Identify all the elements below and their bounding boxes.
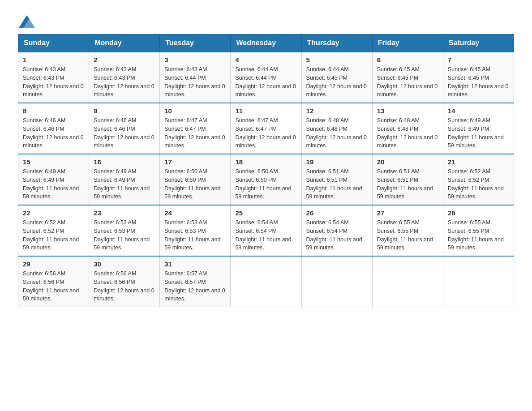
day-info: Sunrise: 6:47 AMSunset: 6:47 PMDaylight:… xyxy=(235,117,296,149)
day-info: Sunrise: 6:44 AMSunset: 6:44 PMDaylight:… xyxy=(235,66,296,98)
day-number: 14 xyxy=(448,107,509,115)
day-info: Sunrise: 6:45 AMSunset: 6:45 PMDaylight:… xyxy=(448,66,509,98)
calendar-cell: 19 Sunrise: 6:51 AMSunset: 6:51 PMDaylig… xyxy=(301,154,372,205)
calendar-cell: 8 Sunrise: 6:46 AMSunset: 6:46 PMDayligh… xyxy=(18,103,89,154)
calendar-cell: 11 Sunrise: 6:47 AMSunset: 6:47 PMDaylig… xyxy=(231,103,301,154)
day-info: Sunrise: 6:49 AMSunset: 6:49 PMDaylight:… xyxy=(448,117,504,149)
day-info: Sunrise: 6:52 AMSunset: 6:52 PMDaylight:… xyxy=(23,219,79,251)
calendar-cell: 7 Sunrise: 6:45 AMSunset: 6:45 PMDayligh… xyxy=(443,52,514,103)
day-number: 13 xyxy=(377,107,438,115)
calendar-table: SundayMondayTuesdayWednesdayThursdayFrid… xyxy=(18,34,514,307)
day-info: Sunrise: 6:54 AMSunset: 6:54 PMDaylight:… xyxy=(306,219,362,251)
page-header xyxy=(18,13,514,25)
day-number: 24 xyxy=(164,209,226,217)
day-info: Sunrise: 6:50 AMSunset: 6:50 PMDaylight:… xyxy=(235,168,291,200)
day-number: 7 xyxy=(448,56,509,64)
weekday-header-thursday: Thursday xyxy=(301,34,372,52)
weekday-header-friday: Friday xyxy=(372,34,443,52)
calendar-cell: 31 Sunrise: 6:57 AMSunset: 6:57 PMDaylig… xyxy=(160,256,231,307)
day-number: 9 xyxy=(94,107,155,115)
day-number: 31 xyxy=(164,260,226,268)
day-number: 11 xyxy=(235,107,296,115)
day-number: 1 xyxy=(23,56,84,64)
day-number: 18 xyxy=(235,158,296,166)
calendar-cell: 26 Sunrise: 6:54 AMSunset: 6:54 PMDaylig… xyxy=(301,205,372,256)
day-info: Sunrise: 6:54 AMSunset: 6:54 PMDaylight:… xyxy=(235,219,291,251)
logo xyxy=(18,13,35,25)
day-info: Sunrise: 6:51 AMSunset: 6:51 PMDaylight:… xyxy=(306,168,362,200)
calendar-cell: 13 Sunrise: 6:48 AMSunset: 6:48 PMDaylig… xyxy=(372,103,443,154)
day-info: Sunrise: 6:55 AMSunset: 6:55 PMDaylight:… xyxy=(377,219,433,251)
week-row-4: 22 Sunrise: 6:52 AMSunset: 6:52 PMDaylig… xyxy=(18,205,514,256)
day-info: Sunrise: 6:48 AMSunset: 6:48 PMDaylight:… xyxy=(306,117,367,149)
calendar-cell: 17 Sunrise: 6:50 AMSunset: 6:50 PMDaylig… xyxy=(160,154,231,205)
day-number: 4 xyxy=(235,56,296,64)
day-number: 3 xyxy=(164,56,226,64)
calendar-cell: 29 Sunrise: 6:56 AMSunset: 6:56 PMDaylig… xyxy=(18,256,89,307)
day-info: Sunrise: 6:49 AMSunset: 6:49 PMDaylight:… xyxy=(23,168,79,200)
day-info: Sunrise: 6:47 AMSunset: 6:47 PMDaylight:… xyxy=(164,117,225,149)
calendar-cell xyxy=(372,256,443,307)
calendar-cell: 15 Sunrise: 6:49 AMSunset: 6:49 PMDaylig… xyxy=(18,154,89,205)
calendar-cell: 20 Sunrise: 6:51 AMSunset: 6:51 PMDaylig… xyxy=(372,154,443,205)
day-number: 23 xyxy=(94,209,155,217)
calendar-cell: 10 Sunrise: 6:47 AMSunset: 6:47 PMDaylig… xyxy=(160,103,231,154)
calendar-cell: 27 Sunrise: 6:55 AMSunset: 6:55 PMDaylig… xyxy=(372,205,443,256)
day-info: Sunrise: 6:52 AMSunset: 6:52 PMDaylight:… xyxy=(448,168,504,200)
calendar-cell xyxy=(301,256,372,307)
calendar-cell: 18 Sunrise: 6:50 AMSunset: 6:50 PMDaylig… xyxy=(231,154,301,205)
weekday-header-saturday: Saturday xyxy=(443,34,514,52)
day-number: 10 xyxy=(164,107,226,115)
calendar-cell: 12 Sunrise: 6:48 AMSunset: 6:48 PMDaylig… xyxy=(301,103,372,154)
calendar-cell: 9 Sunrise: 6:46 AMSunset: 6:46 PMDayligh… xyxy=(89,103,160,154)
day-number: 30 xyxy=(94,260,155,268)
calendar-cell: 16 Sunrise: 6:49 AMSunset: 6:49 PMDaylig… xyxy=(89,154,160,205)
day-number: 5 xyxy=(306,56,368,64)
day-info: Sunrise: 6:49 AMSunset: 6:49 PMDaylight:… xyxy=(94,168,150,200)
calendar-cell: 23 Sunrise: 6:53 AMSunset: 6:53 PMDaylig… xyxy=(89,205,160,256)
week-row-1: 1 Sunrise: 6:43 AMSunset: 6:43 PMDayligh… xyxy=(18,52,514,103)
weekday-header-tuesday: Tuesday xyxy=(160,34,231,52)
day-info: Sunrise: 6:43 AMSunset: 6:43 PMDaylight:… xyxy=(94,66,154,98)
day-number: 27 xyxy=(377,209,438,217)
day-info: Sunrise: 6:46 AMSunset: 6:46 PMDaylight:… xyxy=(94,117,154,149)
day-info: Sunrise: 6:43 AMSunset: 6:43 PMDaylight:… xyxy=(23,66,84,98)
calendar-cell: 21 Sunrise: 6:52 AMSunset: 6:52 PMDaylig… xyxy=(443,154,514,205)
day-info: Sunrise: 6:45 AMSunset: 6:45 PMDaylight:… xyxy=(377,66,438,98)
day-number: 17 xyxy=(164,158,226,166)
day-number: 22 xyxy=(23,209,84,217)
day-number: 8 xyxy=(23,107,84,115)
weekday-header-wednesday: Wednesday xyxy=(231,34,301,52)
day-number: 25 xyxy=(235,209,296,217)
logo-triangle-icon xyxy=(19,15,35,28)
day-info: Sunrise: 6:50 AMSunset: 6:50 PMDaylight:… xyxy=(164,168,220,200)
calendar-cell: 5 Sunrise: 6:44 AMSunset: 6:45 PMDayligh… xyxy=(301,52,372,103)
day-number: 16 xyxy=(94,158,155,166)
calendar-cell xyxy=(231,256,301,307)
week-row-5: 29 Sunrise: 6:56 AMSunset: 6:56 PMDaylig… xyxy=(18,256,514,307)
weekday-header-monday: Monday xyxy=(89,34,160,52)
calendar-cell: 4 Sunrise: 6:44 AMSunset: 6:44 PMDayligh… xyxy=(231,52,301,103)
day-number: 26 xyxy=(306,209,368,217)
calendar-cell: 2 Sunrise: 6:43 AMSunset: 6:43 PMDayligh… xyxy=(89,52,160,103)
day-info: Sunrise: 6:44 AMSunset: 6:45 PMDaylight:… xyxy=(306,66,367,98)
day-info: Sunrise: 6:56 AMSunset: 6:56 PMDaylight:… xyxy=(23,270,79,302)
calendar-cell: 28 Sunrise: 6:55 AMSunset: 6:55 PMDaylig… xyxy=(443,205,514,256)
day-info: Sunrise: 6:51 AMSunset: 6:51 PMDaylight:… xyxy=(377,168,433,200)
day-info: Sunrise: 6:53 AMSunset: 6:53 PMDaylight:… xyxy=(94,219,150,251)
week-row-3: 15 Sunrise: 6:49 AMSunset: 6:49 PMDaylig… xyxy=(18,154,514,205)
day-info: Sunrise: 6:53 AMSunset: 6:53 PMDaylight:… xyxy=(164,219,220,251)
calendar-cell: 14 Sunrise: 6:49 AMSunset: 6:49 PMDaylig… xyxy=(443,103,514,154)
weekday-header-sunday: Sunday xyxy=(18,34,89,52)
calendar-cell: 22 Sunrise: 6:52 AMSunset: 6:52 PMDaylig… xyxy=(18,205,89,256)
calendar-cell: 25 Sunrise: 6:54 AMSunset: 6:54 PMDaylig… xyxy=(231,205,301,256)
day-info: Sunrise: 6:43 AMSunset: 6:44 PMDaylight:… xyxy=(164,66,225,98)
calendar-cell: 1 Sunrise: 6:43 AMSunset: 6:43 PMDayligh… xyxy=(18,52,89,103)
day-number: 2 xyxy=(94,56,155,64)
calendar-cell: 3 Sunrise: 6:43 AMSunset: 6:44 PMDayligh… xyxy=(160,52,231,103)
day-number: 20 xyxy=(377,158,438,166)
day-number: 12 xyxy=(306,107,368,115)
day-number: 6 xyxy=(377,56,438,64)
weekday-header-row: SundayMondayTuesdayWednesdayThursdayFrid… xyxy=(18,34,514,52)
day-info: Sunrise: 6:56 AMSunset: 6:56 PMDaylight:… xyxy=(94,270,154,302)
